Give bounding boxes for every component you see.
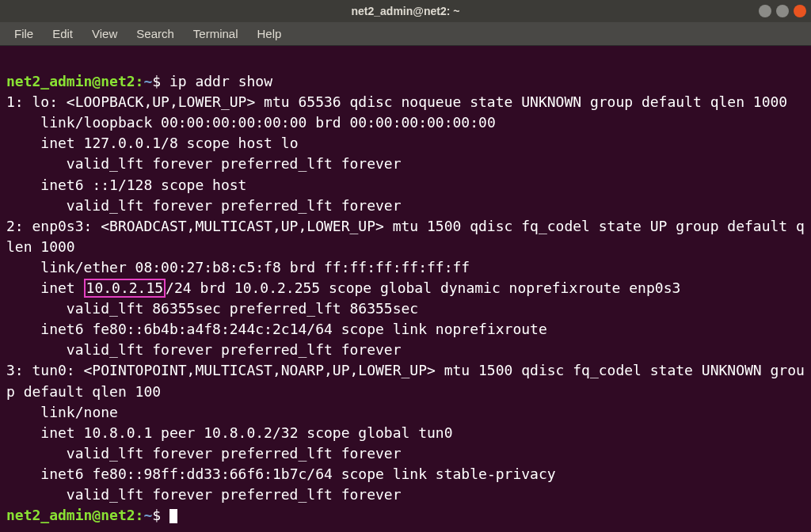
prompt-dollar: $ xyxy=(152,73,161,89)
prompt-user: net2_admin@net2 xyxy=(6,73,135,89)
output-line: link/none xyxy=(6,404,118,420)
prompt-colon: : xyxy=(135,73,144,89)
menu-view[interactable]: View xyxy=(84,25,125,42)
titlebar: net2_admin@net2: ~ xyxy=(0,0,811,22)
output-line: inet6 fe80::98ff:dd33:66f6:1b7c/64 scope… xyxy=(6,466,556,482)
output-line: valid_lft forever preferred_lft forever xyxy=(6,155,402,172)
maximize-button[interactable] xyxy=(776,5,789,17)
highlighted-ip: 10.0.2.15 xyxy=(84,279,166,298)
cursor xyxy=(169,509,177,523)
prompt-path: ~ xyxy=(143,507,152,523)
output-line: inet 127.0.0.1/8 scope host lo xyxy=(6,135,298,151)
menu-terminal[interactable]: Terminal xyxy=(185,25,246,42)
output-line-inet-pre: inet xyxy=(6,279,84,296)
output-line: 1: lo: <LOOPBACK,UP,LOWER_UP> mtu 65536 … xyxy=(6,93,787,110)
prompt-user: net2_admin@net2 xyxy=(6,507,135,523)
output-line: valid_lft forever preferred_lft forever xyxy=(6,445,402,462)
output-line: inet6 ::1/128 scope host xyxy=(6,177,246,193)
close-button[interactable] xyxy=(794,5,806,17)
prompt-colon: : xyxy=(135,507,144,523)
output-line: valid_lft forever preferred_lft forever xyxy=(6,197,402,214)
command: ip addr show xyxy=(169,73,272,89)
output-line: valid_lft forever preferred_lft forever xyxy=(6,341,402,358)
prompt-dollar: $ xyxy=(152,507,161,523)
output-line: valid_lft 86355sec preferred_lft 86355se… xyxy=(6,300,418,317)
output-line-inet-post: /24 brd 10.0.2.255 scope global dynamic … xyxy=(166,279,680,296)
window-title: net2_admin@net2: ~ xyxy=(352,5,460,17)
menu-edit[interactable]: Edit xyxy=(44,25,81,42)
menu-file[interactable]: File xyxy=(6,25,41,42)
output-line: 3: tun0: <POINTOPOINT,MULTICAST,NOARP,UP… xyxy=(6,362,805,399)
output-line: 2: enp0s3: <BROADCAST,MULTICAST,UP,LOWER… xyxy=(6,218,805,255)
menubar: File Edit View Search Terminal Help xyxy=(0,22,811,46)
window-controls xyxy=(759,5,806,17)
minimize-button[interactable] xyxy=(759,5,771,17)
prompt-path: ~ xyxy=(143,73,152,89)
output-line: inet 10.8.0.1 peer 10.8.0.2/32 scope glo… xyxy=(6,424,453,441)
output-line: link/ether 08:00:27:b8:c5:f8 brd ff:ff:f… xyxy=(6,259,470,276)
menu-help[interactable]: Help xyxy=(249,25,290,42)
output-line: link/loopback 00:00:00:00:00:00 brd 00:0… xyxy=(6,114,496,131)
menu-search[interactable]: Search xyxy=(128,25,182,42)
output-line: inet6 fe80::6b4b:a4f8:244c:2c14/64 scope… xyxy=(6,321,547,337)
output-line: valid_lft forever preferred_lft forever xyxy=(6,486,402,503)
terminal-area[interactable]: net2_admin@net2:~$ ip addr show 1: lo: <… xyxy=(0,46,811,532)
